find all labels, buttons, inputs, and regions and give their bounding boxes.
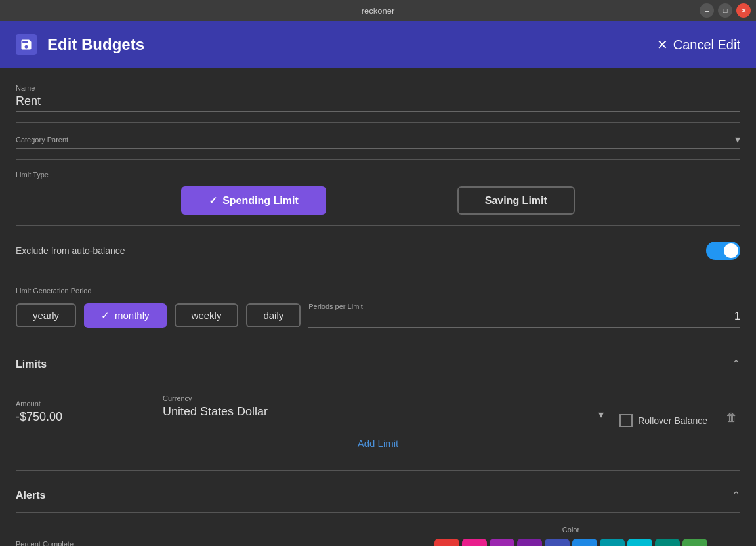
amount-label: Amount [16,400,147,408]
percent-complete-label: Percent Complete [16,540,364,546]
limits-section-title: Limits [16,358,47,370]
header-left: Edit Budgets [16,34,144,55]
monthly-label: monthly [115,310,150,321]
saving-limit-label: Saving Limit [485,195,547,207]
daily-period-button[interactable]: daily [246,303,301,327]
alerts-content: Percent Complete 0 95 100 [16,520,740,546]
add-limit-button[interactable]: Add Limit [16,432,740,454]
currency-select-wrapper: Currency United States Dollar ▾ [163,394,604,427]
currency-label: Currency [163,394,604,402]
exclude-auto-balance-label: Exclude from auto-balance [16,245,125,256]
currency-select[interactable]: Currency United States Dollar [163,394,604,427]
currency-field: Currency United States Dollar ▾ [163,394,604,427]
color-swatch[interactable] [627,539,652,546]
app-title: reckoner [362,6,395,16]
header-bar: Edit Budgets ✕ Cancel Edit [0,21,756,68]
color-swatch[interactable] [462,539,487,546]
limits-content: Amount -$750.00 Currency United States D… [16,389,740,459]
color-swatch[interactable] [517,539,542,546]
minimize-button[interactable]: – [700,3,714,18]
delete-limit-button[interactable]: 🗑 [723,408,740,427]
category-parent-field[interactable]: Category Parent ▾ [16,133,740,149]
page-title: Edit Budgets [47,35,144,54]
title-bar: reckoner – □ ✕ [0,0,756,21]
divider-1 [16,122,740,123]
divider-3 [16,225,740,226]
color-swatch[interactable] [655,539,680,546]
toggle-knob [724,243,738,258]
color-swatch[interactable] [434,539,459,546]
monthly-check-icon: ✓ [101,310,110,322]
periods-per-limit-label: Periods per Limit [308,303,363,310]
percent-complete-field: Percent Complete 0 95 100 [16,540,364,546]
cancel-edit-label: Cancel Edit [673,37,740,52]
limits-section: Limits ⌃ Amount -$750.00 Currency United… [16,350,740,459]
color-swatch[interactable] [682,539,707,546]
limit-type-label: Limit Type [16,171,740,178]
currency-value: United States Dollar [163,405,604,424]
limit-generation-period-label: Limit Generation Period [16,287,740,295]
window-controls: – □ ✕ [700,3,751,18]
alert-row: Percent Complete 0 95 100 [16,526,740,546]
limits-section-header[interactable]: Limits ⌃ [16,350,740,378]
rollover-balance-field: Rollover Balance [620,414,707,427]
category-parent-arrow-icon: ▾ [735,133,740,146]
amount-field: Amount -$750.00 [16,400,147,427]
divider-5 [16,339,740,339]
name-field: Name Rent [16,84,740,112]
rollover-balance-label: Rollover Balance [638,415,707,426]
color-swatch[interactable] [600,539,625,546]
color-label: Color [434,526,707,534]
color-grid: ✓ [434,539,707,546]
color-swatch[interactable] [490,539,514,546]
limits-collapse-icon: ⌃ [732,358,740,370]
weekly-period-button[interactable]: weekly [175,303,239,327]
amount-value[interactable]: -$750.00 [16,410,147,427]
limit-type-section: Limit Type ✓ Spending Limit Saving Limit [16,171,740,215]
color-picker-section: Color ✓ [434,526,707,546]
limits-divider [16,381,740,381]
limit-type-buttons: ✓ Spending Limit Saving Limit [16,186,740,215]
spending-limit-check-icon: ✓ [209,194,217,207]
daily-label: daily [263,310,284,321]
alerts-section: Alerts ⌃ Percent Complete 0 95 [16,481,740,546]
category-parent-label: Category Parent [16,136,68,144]
maximize-button[interactable]: □ [718,3,732,18]
period-buttons-row: yearly ✓ monthly weekly daily Periods pe… [16,303,740,328]
exclude-auto-balance-row: Exclude from auto-balance [16,236,740,265]
alerts-section-header[interactable]: Alerts ⌃ [16,481,740,509]
cancel-edit-button[interactable]: ✕ Cancel Edit [657,37,740,52]
palette-icon-wrapper: 🎨 [380,542,403,546]
alerts-collapse-icon: ⌃ [732,489,740,501]
periods-per-limit-field: Periods per Limit 1 [308,303,740,328]
periods-per-limit-value[interactable]: 1 [308,310,740,325]
divider-2 [16,159,740,160]
divider-6 [16,470,740,471]
cancel-icon: ✕ [657,37,668,52]
alerts-section-title: Alerts [16,490,45,501]
monthly-period-button[interactable]: ✓ monthly [84,303,167,328]
saving-limit-button[interactable]: Saving Limit [457,186,575,215]
spending-limit-button[interactable]: ✓ Spending Limit [181,186,326,215]
main-content: Name Rent Category Parent ▾ Limit Type ✓… [0,68,756,546]
currency-dropdown-arrow-icon: ▾ [598,408,604,421]
weekly-label: weekly [192,310,222,321]
name-value[interactable]: Rent [16,94,740,112]
limit-row: Amount -$750.00 Currency United States D… [16,394,740,427]
rollover-balance-checkbox[interactable] [620,414,633,427]
alerts-divider [16,512,740,513]
color-swatch[interactable] [545,539,570,546]
close-button[interactable]: ✕ [736,3,751,18]
divider-4 [16,276,740,276]
yearly-period-button[interactable]: yearly [16,303,76,327]
spending-limit-label: Spending Limit [222,195,299,207]
color-swatch[interactable] [572,539,597,546]
save-icon[interactable] [16,34,37,55]
limit-generation-period-section: Limit Generation Period yearly ✓ monthly… [16,287,740,328]
exclude-auto-balance-toggle[interactable] [706,242,740,260]
name-label: Name [16,84,740,92]
yearly-label: yearly [33,310,59,321]
